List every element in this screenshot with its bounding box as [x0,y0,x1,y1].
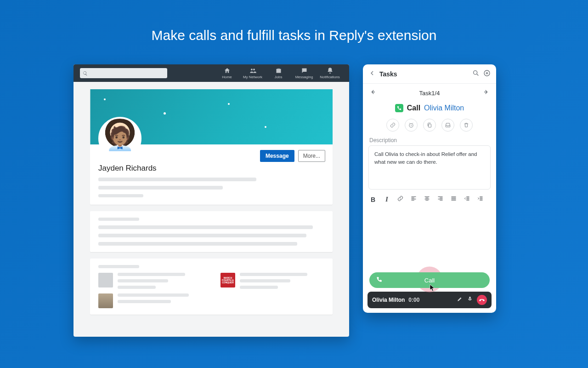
add-button[interactable] [483,69,491,79]
align-center-button[interactable] [424,195,430,204]
ghost-line [98,242,297,246]
link-button[interactable] [397,195,404,204]
nav-jobs[interactable]: Jobs [266,67,291,79]
reply-extension-panel: Tasks Task1/4 Call Olivia Milton Descrip… [363,64,496,313]
ghost-line [98,218,139,221]
nav-home[interactable]: Home [214,67,240,79]
bold-button[interactable]: B [369,196,377,203]
align-right-icon [437,195,444,202]
outdent-button[interactable] [464,195,470,204]
task-pager: Task1/4 [363,84,496,102]
task-counter: Task1/4 [419,90,440,97]
align-left-icon [410,195,417,202]
plus-circle-icon [483,69,491,77]
nav-network-label: My Network [243,75,262,79]
dialer-time: 0:00 [408,297,419,303]
experience-row: MARCH FOURTH & CONQUER [220,273,324,289]
task-contact-link[interactable]: Olivia Milton [424,104,464,112]
editor-toolbar: B I [363,190,496,209]
ghost-line [98,225,313,229]
task-action: Call [407,104,420,112]
task-prev[interactable] [369,88,377,98]
back-button[interactable] [368,69,376,79]
arrow-left-icon [368,69,376,77]
trash-icon [463,122,469,128]
indent-button[interactable] [477,195,484,204]
ghost-line [98,234,306,237]
nav-jobs-label: Jobs [275,75,283,79]
copy-action[interactable] [423,119,436,132]
profile-avatar[interactable]: 🧑🏽‍💼 [98,117,141,160]
network-icon [249,67,256,74]
more-button[interactable]: More... [298,150,325,162]
linkedin-navbar: Home My Network Jobs Messaging Notificat… [74,64,349,82]
search-button[interactable] [472,69,480,79]
experience-card: MARCH FOURTH & CONQUER [90,259,333,315]
inbox-icon [445,122,451,128]
link-icon [390,122,396,128]
task-action-row [363,115,496,134]
nav-messaging-label: Messaging [295,75,313,79]
italic-button[interactable]: I [383,196,390,203]
home-icon [224,67,231,74]
description-label: Description [363,134,496,145]
task-title-row: Call Olivia Milton [363,102,496,115]
nav-notifications[interactable]: Notifications [317,67,343,79]
outdent-icon [464,195,470,202]
search-icon [83,71,88,76]
dialer-name: Olivia Milton [372,297,405,303]
svg-point-0 [474,70,477,74]
link-action[interactable] [386,119,399,132]
align-justify-button[interactable] [450,195,457,204]
nav-network[interactable]: My Network [240,67,266,79]
dialpad-button[interactable] [457,296,463,304]
ext-title: Tasks [379,70,397,78]
nav-messaging[interactable]: Messaging [291,67,317,79]
mic-off-icon [467,296,473,302]
linkedin-window: Home My Network Jobs Messaging Notificat… [74,64,349,337]
delete-action[interactable] [460,119,473,132]
indent-icon [477,195,484,202]
experience-thumb [98,273,113,288]
search-input[interactable] [80,68,167,78]
nav-home-label: Home [222,75,232,79]
ghost-line [98,194,143,197]
experience-row [98,273,202,289]
about-card [90,211,333,252]
alarm-icon [408,122,414,128]
message-button[interactable]: Message [260,150,294,162]
ghost-line [98,178,256,181]
description-editor[interactable]: Call Olivia to check-in about Relief off… [368,145,491,190]
experience-thumb [98,293,113,308]
call-button-label: Call [424,277,435,284]
align-justify-icon [450,195,457,202]
phone-icon [376,276,382,284]
task-next[interactable] [482,88,490,98]
jobs-icon [275,67,282,74]
edit-icon [457,296,463,302]
snooze-action[interactable] [405,119,418,132]
bell-icon [327,67,334,74]
hangup-button[interactable] [477,295,487,305]
profile-name: Jayden Richards [90,163,333,175]
phone-badge-icon [395,104,403,112]
ghost-line [98,186,223,190]
archive-action[interactable] [441,119,454,132]
ext-header: Tasks [363,64,496,84]
phone-icon [478,296,486,304]
profile-card: 🧑🏽‍💼 Message More... Jayden Richards [90,89,333,205]
messaging-icon [301,67,308,74]
avatar-image: 🧑🏽‍💼 [100,119,140,158]
align-right-button[interactable] [437,195,444,204]
nav-notifications-label: Notifications [320,75,340,79]
experience-thumb-badge: MARCH FOURTH & CONQUER [220,273,235,288]
page-heading: Make calls and fulfill tasks in Reply's … [0,0,588,43]
search-icon [472,69,480,77]
mute-button[interactable] [467,296,473,304]
align-left-button[interactable] [410,195,417,204]
svg-rect-3 [429,124,431,127]
arrow-left-icon [369,88,377,96]
cursor-icon [429,284,437,294]
dialer-bar: Olivia Milton 0:00 [368,292,492,308]
copy-icon [426,122,433,128]
